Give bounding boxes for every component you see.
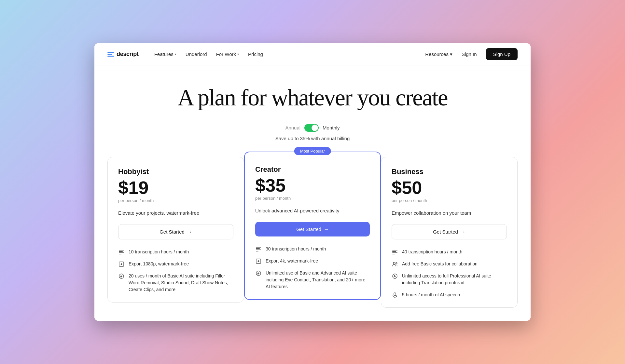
toggle-knob (312, 125, 318, 131)
list-item: 10 transcription hours / month (118, 249, 233, 255)
svg-point-16 (393, 262, 395, 264)
export-icon (255, 258, 262, 264)
chevron-down-icon: ▾ (175, 52, 176, 56)
pricing-cards: Hobbyist $19 per person / month Elevate … (107, 157, 518, 308)
export-icon (118, 261, 125, 267)
plan-hobbyist-period: per person / month (118, 198, 233, 203)
svg-point-17 (396, 263, 397, 264)
billing-monthly-label: Monthly (323, 125, 340, 130)
plan-hobbyist-name: Hobbyist (118, 168, 233, 176)
svg-rect-7 (256, 248, 260, 249)
sign-in-button[interactable]: Sign In (458, 49, 481, 60)
list-item: 20 uses / month of Basic AI suite includ… (118, 273, 233, 293)
feature-text: 20 uses / month of Basic AI suite includ… (129, 273, 233, 293)
feature-text: 5 hours / month of AI speech (402, 291, 460, 298)
speech-icon (392, 292, 398, 298)
transcription-icon (392, 249, 398, 255)
plan-creator-name: Creator (255, 165, 370, 174)
sign-up-button[interactable]: Sign Up (486, 48, 518, 60)
feature-text: Export 4k, watermark-free (266, 258, 318, 264)
plan-business-period: per person / month (392, 198, 507, 203)
feature-text: Unlimited use of Basic and Advanced AI s… (266, 270, 370, 290)
plan-creator-price: $35 (255, 176, 370, 195)
plan-hobbyist-price: $19 (118, 179, 233, 197)
svg-rect-2 (119, 252, 124, 253)
nav-underlord[interactable]: Underlord (182, 49, 211, 60)
list-item: Export 1080p, watermark-free (118, 261, 233, 267)
nav-features[interactable]: Features ▾ (150, 49, 180, 60)
hobbyist-features: 10 transcription hours / month Export 10… (118, 249, 233, 293)
plan-hobbyist: Hobbyist $19 per person / month Elevate … (107, 157, 244, 303)
save-text: Save up to 35% with annual billing (107, 136, 518, 141)
creator-cta-button[interactable]: Get Started → (255, 222, 370, 236)
feature-text: Add free Basic seats for collaboration (402, 261, 478, 267)
navbar: descript Features ▾ Underlord For Work ▾… (94, 43, 531, 65)
main-content: A plan for whatever you create Annual Mo… (94, 65, 531, 320)
billing-annual-label: Annual (285, 125, 300, 130)
nav-links: Features ▾ Underlord For Work ▾ Pricing (150, 49, 425, 60)
business-features: 40 transcription hours / month Add free … (392, 249, 507, 298)
svg-rect-13 (392, 251, 396, 252)
business-cta-button[interactable]: Get Started → (392, 224, 507, 239)
list-item: Unlimited access to full Professional AI… (392, 273, 507, 286)
svg-rect-3 (119, 254, 121, 254)
ai-icon (118, 273, 125, 279)
list-item: Export 4k, watermark-free (255, 258, 370, 264)
nav-resources[interactable]: Resources ▾ (425, 51, 452, 57)
nav-for-work[interactable]: For Work ▾ (212, 49, 243, 60)
logo-text: descript (117, 51, 139, 58)
list-item: Add free Basic seats for collaboration (392, 261, 507, 267)
svg-rect-6 (256, 247, 261, 248)
feature-text: 10 transcription hours / month (129, 249, 189, 255)
plan-creator-period: per person / month (255, 196, 370, 201)
nav-right: Resources ▾ Sign In Sign Up (425, 48, 518, 60)
logo-icon (107, 52, 114, 57)
transcription-icon (118, 249, 125, 255)
logo[interactable]: descript (107, 51, 139, 58)
arrow-icon: → (461, 229, 465, 235)
arrow-icon: → (187, 229, 192, 235)
plan-business-name: Business (392, 168, 507, 176)
svg-rect-15 (392, 254, 395, 254)
feature-text: 30 transcription hours / month (266, 246, 326, 252)
chevron-down-icon-2: ▾ (237, 52, 239, 56)
svg-rect-0 (119, 250, 124, 250)
most-popular-badge: Most Popular (294, 147, 331, 155)
plan-business-description: Empower collaboration on your team (392, 209, 507, 216)
hero-title: A plan for whatever you create (107, 85, 518, 111)
transcription-icon (255, 246, 262, 252)
chevron-down-icon-3: ▾ (450, 51, 452, 57)
svg-rect-1 (119, 251, 123, 252)
feature-text: 40 transcription hours / month (402, 249, 462, 255)
feature-text: Export 1080p, watermark-free (129, 261, 189, 267)
arrow-icon: → (324, 226, 329, 232)
list-item: 40 transcription hours / month (392, 249, 507, 255)
svg-rect-19 (394, 293, 396, 296)
plan-hobbyist-description: Elevate your projects, watermark-free (118, 209, 233, 216)
list-item: 30 transcription hours / month (255, 246, 370, 252)
svg-rect-14 (392, 252, 397, 253)
billing-toggle-switch[interactable] (304, 124, 319, 132)
hobbyist-cta-button[interactable]: Get Started → (118, 224, 233, 239)
billing-toggle: Annual Monthly (107, 124, 518, 132)
plan-business-price: $50 (392, 179, 507, 197)
svg-rect-9 (256, 251, 258, 251)
svg-rect-8 (256, 249, 261, 250)
list-item: Unlimited use of Basic and Advanced AI s… (255, 270, 370, 290)
ai-icon (255, 270, 262, 276)
collaboration-icon (392, 261, 398, 267)
feature-text: Unlimited access to full Professional AI… (402, 273, 507, 286)
svg-rect-12 (392, 250, 397, 250)
plan-creator: Most Popular Creator $35 per person / mo… (244, 152, 381, 300)
nav-pricing[interactable]: Pricing (244, 49, 267, 60)
creator-features: 30 transcription hours / month Export 4k… (255, 246, 370, 290)
list-item: 5 hours / month of AI speech (392, 291, 507, 298)
plan-creator-description: Unlock advanced AI-powered creativity (255, 207, 370, 214)
plan-business: Business $50 per person / month Empower … (381, 157, 518, 308)
browser-window: descript Features ▾ Underlord For Work ▾… (94, 43, 531, 320)
ai-icon (392, 273, 398, 279)
